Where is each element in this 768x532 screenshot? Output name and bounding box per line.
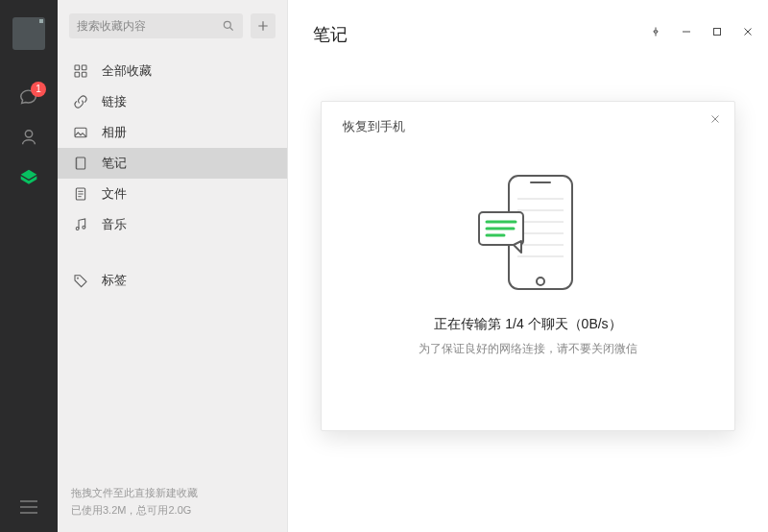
svg-line-1 (230, 28, 233, 31)
svg-point-13 (76, 228, 79, 230)
chat-icon[interactable]: 1 (17, 85, 40, 109)
add-button[interactable] (251, 13, 276, 38)
nav-item-all[interactable]: 全部收藏 (58, 56, 287, 86)
menu-icon[interactable] (17, 496, 40, 519)
nav-item-music[interactable]: 音乐 (58, 209, 287, 240)
favorites-nav: 全部收藏 链接 相册 笔记 文件 音乐 (58, 50, 287, 296)
svg-rect-5 (82, 72, 86, 77)
svg-point-20 (537, 278, 544, 285)
nav-item-label: 笔记 (102, 155, 127, 172)
avatar[interactable] (12, 17, 45, 50)
svg-rect-7 (76, 157, 84, 169)
search-input[interactable] (77, 19, 222, 33)
footer-line2: 已使用3.2M，总可用2.0G (71, 501, 274, 519)
nav-item-label: 文件 (102, 185, 127, 203)
nav-item-label: 相册 (102, 124, 127, 141)
modal-backdrop: 恢复到手机 (288, 0, 768, 532)
svg-rect-4 (75, 72, 80, 77)
nav-item-tags[interactable]: 标签 (58, 265, 287, 296)
grid-icon (71, 61, 90, 81)
app-window: 1 全部收藏 (0, 0, 768, 532)
modal-status-primary: 正在传输第 1/4 个聊天（0B/s） (343, 316, 713, 333)
nav-item-photos[interactable]: 相册 (58, 117, 287, 148)
nav-item-label: 链接 (102, 93, 127, 110)
nav-item-links[interactable]: 链接 (58, 86, 287, 117)
app-rail: 1 (0, 0, 58, 532)
svg-rect-8 (76, 157, 78, 169)
svg-point-15 (77, 278, 79, 279)
sidebar-footer: 拖拽文件至此直接新建收藏 已使用3.2M，总可用2.0G (58, 484, 287, 532)
modal-title: 恢复到手机 (343, 119, 713, 135)
nav-item-label: 标签 (102, 272, 127, 289)
search-row (58, 0, 287, 50)
restore-modal: 恢复到手机 (321, 101, 735, 431)
image-icon (71, 123, 90, 142)
favorites-sidebar: 全部收藏 链接 相册 笔记 文件 音乐 (58, 0, 288, 532)
chat-badge: 1 (31, 82, 46, 97)
svg-point-0 (224, 21, 230, 28)
modal-close-icon[interactable] (709, 113, 721, 125)
modal-status-secondary: 为了保证良好的网络连接，请不要关闭微信 (343, 341, 713, 357)
nav-item-label: 全部收藏 (102, 62, 152, 80)
contacts-icon[interactable] (17, 126, 40, 149)
search-icon (222, 19, 235, 33)
search-box[interactable] (69, 13, 243, 38)
favorites-icon[interactable] (17, 166, 40, 189)
tag-icon (71, 271, 90, 290)
music-icon (71, 215, 90, 234)
nav-item-files[interactable]: 文件 (58, 179, 287, 209)
main-area: 笔记 恢复到手机 (288, 0, 768, 532)
nav-item-notes[interactable]: 笔记 (58, 148, 287, 179)
nav-item-label: 音乐 (102, 216, 127, 233)
phone-illustration (343, 170, 713, 295)
note-icon (71, 154, 90, 173)
svg-rect-3 (82, 65, 86, 70)
link-icon (71, 92, 90, 111)
footer-line1: 拖拽文件至此直接新建收藏 (71, 484, 274, 501)
svg-rect-2 (75, 65, 80, 70)
svg-point-14 (83, 226, 85, 229)
file-icon (71, 184, 90, 204)
